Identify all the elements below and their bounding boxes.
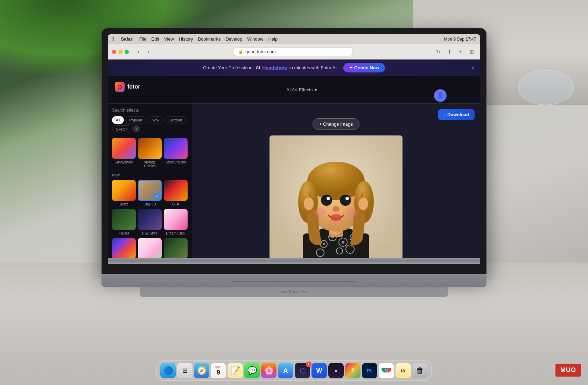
svg-point-33: [385, 369, 388, 372]
dock-item-trash[interactable]: 🗑: [412, 363, 428, 378]
effect-clay3d[interactable]: ✓ Clay 3D: [138, 180, 162, 206]
app-name[interactable]: Safari: [121, 36, 133, 42]
minimize-window-button[interactable]: [118, 50, 122, 54]
dock-item-photos[interactable]: 🌸: [261, 363, 276, 378]
effect-label-structuralism: Structuralism: [164, 160, 188, 164]
svg-point-22: [358, 197, 368, 210]
effect-cherry-blossoms[interactable]: Cherry Blossoms: [138, 238, 162, 258]
close-window-button[interactable]: [112, 50, 116, 54]
filter-tab-new[interactable]: New: [148, 116, 163, 124]
dock-item-chrome[interactable]: [379, 363, 394, 378]
chrome-icon: [382, 366, 391, 376]
effect-vintage-comics[interactable]: Vintage Comics: [138, 138, 162, 168]
new-section-label: New: [112, 173, 188, 177]
dock-item-token[interactable]: ⬡ 1: [295, 363, 310, 378]
macos-dock: 🔵 ⊞ 🧭 SEP 9 📝 💬 🌸 A ⬡ 1 W ● # Ps: [156, 360, 432, 381]
effect-thumb-fallout: [112, 209, 136, 230]
token-icon: ⬡: [300, 366, 306, 375]
user-avatar[interactable]: 👤: [434, 89, 447, 102]
effect-sunnyshore[interactable]: Sunnyshore: [112, 138, 136, 168]
dock-item-notes[interactable]: 📝: [227, 363, 243, 378]
dock-item-word[interactable]: W: [312, 363, 327, 378]
effect-thumb-gta: [164, 180, 188, 201]
keyboard-label: — — — — — — — — — — — — — — — — — — — — …: [232, 279, 356, 283]
maximize-window-button[interactable]: [125, 50, 129, 54]
effect-structuralism[interactable]: Structuralism: [164, 138, 188, 168]
dock-item-appstore[interactable]: A: [278, 363, 293, 378]
fotor-main: Search effects All Popular New Cartoon S…: [108, 104, 480, 258]
effect-gta[interactable]: GTA: [164, 180, 188, 206]
menu-file[interactable]: File: [139, 36, 147, 42]
effect-stained-glass[interactable]: Stained Glass: [112, 238, 136, 258]
dock-item-slack[interactable]: #: [345, 363, 360, 378]
effect-dream-chibi[interactable]: Dream Chibi: [164, 209, 188, 235]
menu-window[interactable]: Window: [247, 36, 263, 42]
menu-edit[interactable]: Edit: [152, 36, 159, 42]
effect-fallout[interactable]: Fallout: [112, 209, 136, 235]
header-right: 👤: [462, 84, 475, 96]
back-button[interactable]: ‹: [134, 48, 143, 56]
new-tab-button[interactable]: ＋: [456, 48, 465, 56]
calendar-day: 9: [217, 369, 220, 377]
menu-view[interactable]: View: [164, 36, 174, 42]
share-button[interactable]: ⬆: [445, 48, 454, 56]
filter-tab-popular[interactable]: Popular: [125, 116, 146, 124]
effect-label-ps2: PS2 Style: [138, 231, 162, 235]
change-image-button[interactable]: + Change Image: [313, 118, 359, 130]
dock-item-photoshop[interactable]: Ps: [362, 363, 377, 378]
dock-item-ia-writer[interactable]: iA: [396, 363, 411, 378]
fotor-logo-row: ⬡ fotor AI Art Effects ▾ 👤: [113, 79, 475, 100]
filter-tab-all[interactable]: All: [112, 116, 124, 124]
dock-item-messages[interactable]: 💬: [244, 363, 260, 378]
sidebar-toggle-button[interactable]: ⊞: [468, 48, 476, 56]
fotor-logo[interactable]: ⬡ fotor: [113, 79, 141, 96]
macbook-label: MacBook Pro: [280, 290, 307, 294]
new-effects-row-3: Stained Glass Cherry Blossoms Zombie: [112, 238, 188, 258]
effect-label-vintage: Vintage Comics: [138, 160, 162, 168]
effect-ps2-style[interactable]: PS2 Style: [138, 209, 162, 235]
dock-item-launchpad[interactable]: ⊞: [177, 363, 192, 378]
effect-zombie[interactable]: Zombie: [164, 238, 188, 258]
menu-develop[interactable]: Develop: [225, 36, 242, 42]
token-badge: 1: [306, 362, 312, 367]
dock-item-resolve[interactable]: ●: [328, 363, 344, 378]
effect-thumb-clay3d: ✓: [138, 180, 162, 201]
macos-menu-bar:  Safari File Edit View History Bookmark…: [108, 34, 480, 44]
new-effects-section: New Bratz ✓: [112, 173, 188, 258]
dock-item-safari[interactable]: 🧭: [194, 363, 209, 378]
effect-bratz[interactable]: Bratz: [112, 180, 136, 206]
browser-toolbar: ‹ › 🔒 goart.fotor.com ↻ ⬆ ＋ ⊞: [108, 44, 480, 59]
apple-menu-icon[interactable]: : [112, 36, 114, 42]
effects-sidebar: Search effects All Popular New Cartoon S…: [108, 104, 192, 258]
menu-bar-right: Mon 9 Sep 17:47: [444, 37, 476, 42]
ai-effects-dropdown[interactable]: AI Art Effects ▾: [286, 87, 317, 92]
filter-scroll-right[interactable]: ›: [133, 125, 140, 132]
top-effects-row: Sunnyshore Vintage Comics Structuralism: [112, 138, 188, 168]
dock-item-finder[interactable]: 🔵: [160, 363, 176, 378]
forward-button[interactable]: ›: [144, 48, 153, 56]
fotor-logo-text: fotor: [127, 84, 140, 90]
download-button[interactable]: ↓ Download: [438, 109, 475, 120]
dock-item-calendar[interactable]: SEP 9: [211, 363, 226, 378]
muo-watermark: MUO: [555, 364, 581, 377]
canvas-image: [270, 135, 402, 258]
safari-icon: 🧭: [197, 366, 206, 375]
svg-point-26: [345, 197, 349, 200]
menu-history[interactable]: History: [179, 36, 193, 42]
laptop-bottom: MacBook Pro: [140, 287, 448, 297]
banner-text: Create Your Professional AI Headshots in…: [203, 65, 338, 71]
filter-tab-sketch[interactable]: Sketch: [112, 125, 132, 133]
banner-ai-headshots: Headshots: [262, 65, 287, 71]
photos-icon: 🌸: [264, 366, 274, 375]
banner-close-button[interactable]: ×: [471, 65, 475, 71]
filter-tab-cartoon[interactable]: Cartoon: [164, 116, 186, 124]
appstore-icon: A: [283, 367, 288, 375]
address-bar[interactable]: 🔒 goart.fotor.com: [234, 47, 353, 56]
effect-thumb-cherry: [138, 238, 162, 258]
search-effects-label: Search effects: [112, 108, 188, 113]
menu-bookmarks[interactable]: Bookmarks: [198, 36, 220, 42]
effect-label-clay3d: Clay 3D: [138, 202, 162, 206]
refresh-button[interactable]: ↻: [434, 48, 442, 56]
menu-help[interactable]: Help: [268, 36, 278, 42]
banner-create-now-button[interactable]: ✦ Create Now: [343, 63, 385, 72]
